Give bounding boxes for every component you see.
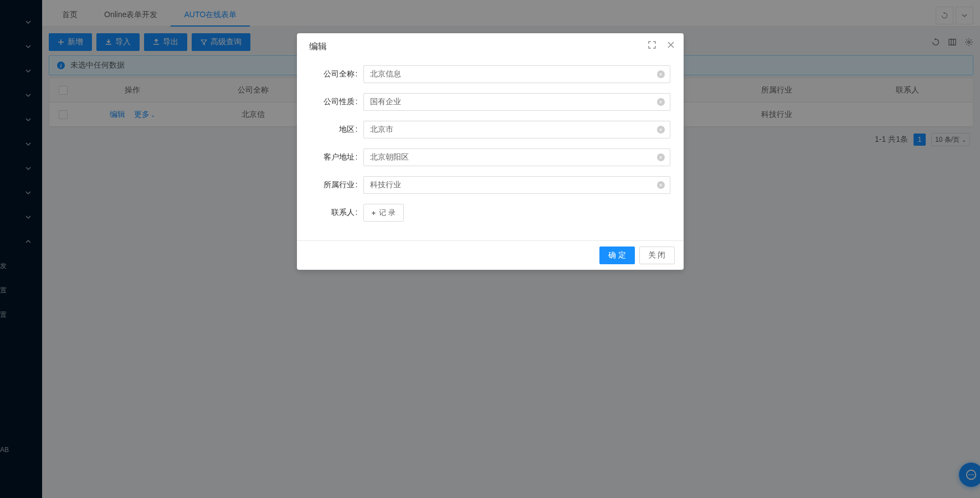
label-industry: 所属行业: [310, 180, 363, 190]
input-address[interactable]: [363, 148, 670, 166]
form-row-company-nature: 公司性质: [310, 93, 670, 111]
control-company-name: [363, 65, 670, 83]
label-address: 客户地址: [310, 152, 363, 162]
cancel-button[interactable]: 关 闭: [639, 247, 675, 264]
control-industry: [363, 176, 670, 194]
control-address: [363, 148, 670, 166]
control-contact: + 记 录: [363, 204, 670, 222]
modal-footer: 确 定 关 闭: [297, 240, 684, 270]
control-region: [363, 121, 670, 138]
expand-icon: [648, 41, 656, 49]
button-label: 确 定: [608, 250, 626, 260]
modal-header: 编辑: [297, 33, 684, 60]
clear-icon[interactable]: [657, 98, 665, 106]
form-row-region: 地区: [310, 121, 670, 138]
input-region[interactable]: [363, 121, 670, 138]
close-button[interactable]: [667, 41, 675, 49]
form-row-address: 客户地址: [310, 148, 670, 166]
label-company-nature: 公司性质: [310, 97, 363, 107]
label-company-name: 公司全称: [310, 69, 363, 79]
control-company-nature: [363, 93, 670, 111]
form-row-industry: 所属行业: [310, 176, 670, 194]
modal-header-icons: [648, 41, 675, 49]
edit-modal: 编辑 公司全称 公司性质 地区: [297, 33, 684, 270]
fullscreen-button[interactable]: [648, 41, 656, 49]
button-label: 关 闭: [648, 250, 666, 260]
label-contact: 联系人: [310, 208, 363, 218]
add-record-button[interactable]: + 记 录: [363, 204, 404, 222]
ok-button[interactable]: 确 定: [599, 247, 635, 264]
clear-icon[interactable]: [657, 70, 665, 78]
form-row-company-name: 公司全称: [310, 65, 670, 83]
clear-icon[interactable]: [657, 153, 665, 161]
modal-body: 公司全称 公司性质 地区 客户地址: [297, 60, 684, 240]
plus-icon: +: [372, 209, 376, 217]
clear-icon[interactable]: [657, 126, 665, 134]
modal-title: 编辑: [309, 41, 327, 53]
input-company-nature[interactable]: [363, 93, 670, 111]
label-region: 地区: [310, 125, 363, 135]
clear-icon[interactable]: [657, 181, 665, 189]
form-row-contact: 联系人 + 记 录: [310, 204, 670, 222]
input-company-name[interactable]: [363, 65, 670, 83]
button-label: 记 录: [379, 208, 396, 218]
close-icon: [667, 41, 675, 49]
input-industry[interactable]: [363, 176, 670, 194]
